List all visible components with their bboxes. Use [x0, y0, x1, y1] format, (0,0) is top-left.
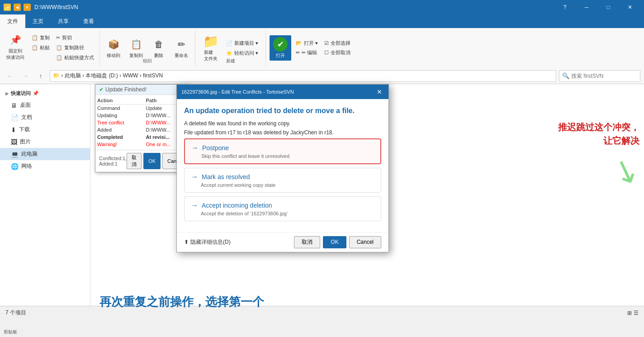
- copy-path-button[interactable]: 📋 复制路径: [54, 43, 96, 52]
- back-button[interactable]: ←: [4, 70, 16, 82]
- pictures-label: 图片: [20, 138, 31, 146]
- paste-shortcut-button[interactable]: 📋 粘贴快捷方式: [54, 53, 96, 62]
- sidebar-item-pictures[interactable]: 🖼 图片: [0, 136, 90, 148]
- forward-button[interactable]: →: [19, 70, 32, 82]
- search-input[interactable]: [571, 73, 639, 79]
- tab-file[interactable]: 文件: [0, 14, 25, 28]
- downloads-label: 下载: [19, 126, 30, 133]
- update-ok-button[interactable]: OK: [143, 153, 161, 169]
- new-item-button[interactable]: 📄 新建项目 ▾: [224, 39, 260, 47]
- rename-icon: ✏: [174, 37, 189, 52]
- conflict-ok-button[interactable]: OK: [323, 236, 346, 248]
- pin-label: 固定到快速访问: [6, 48, 24, 61]
- copy-to-button[interactable]: 📋 复制到: [126, 36, 146, 60]
- open-dropdown-button[interactable]: 📂 打开 ▾: [294, 39, 320, 47]
- copy-label: 复制: [40, 34, 50, 41]
- breadcrumb[interactable]: 📁 › 此电脑 › 本地磁盘 (D:) › WWW › firstSVN: [50, 70, 556, 82]
- conflict-footer-buttons: 取消 OK Cancel: [294, 236, 381, 248]
- conflict-dialog-close-button[interactable]: ✕: [375, 87, 384, 96]
- tab-home[interactable]: 主页: [25, 14, 51, 28]
- title-bar: 📁 ◀ ▼ D:\WWW\firstSVN ? ─ □ ✕: [0, 0, 644, 14]
- sidebar-item-documents[interactable]: 📄 文档: [0, 111, 90, 123]
- open-dropdown-label: 打开 ▾: [304, 40, 318, 47]
- select-all-label: 全部选择: [331, 40, 350, 47]
- new-item-icon: 📄: [226, 40, 232, 46]
- view-tiles-icon[interactable]: ⊞: [627, 310, 632, 316]
- tab-view[interactable]: 查看: [76, 14, 101, 28]
- select-all-icon: ☑: [324, 40, 329, 46]
- window-title: D:\WWW\firstSVN: [34, 4, 554, 10]
- view-list-icon[interactable]: ☰: [634, 310, 639, 316]
- rename-button[interactable]: ✏ 重命名: [171, 36, 191, 60]
- cut-button[interactable]: ✂ 剪切: [54, 33, 96, 42]
- hide-details-icon: ⬆: [184, 239, 189, 245]
- sidebar-item-desktop[interactable]: 🖥 桌面: [0, 99, 90, 111]
- postpone-desc: Skip this conflict and leave it unresolv…: [201, 153, 374, 159]
- row-action: Updating: [95, 112, 144, 119]
- sidebar-item-thispc[interactable]: 💻 此电脑: [0, 148, 90, 160]
- app-icon: 📁: [4, 4, 11, 11]
- conflict-cancel-button[interactable]: 取消: [294, 236, 320, 248]
- window-close-button[interactable]: ✕: [620, 0, 640, 14]
- open-dropdown-icon: 📂: [296, 40, 302, 46]
- accept-deletion-arrow-icon: →: [191, 201, 198, 209]
- edit-button[interactable]: ✏ ✏ 编辑: [294, 48, 320, 57]
- update-dialog-footer: Conflicted:1, Added:1 取消 OK Cancel: [95, 150, 189, 172]
- select-none-label: 全部取消: [331, 49, 350, 56]
- copy-button[interactable]: 📋 复制: [30, 33, 52, 42]
- delete-icon: 🗑: [152, 37, 166, 52]
- conflict-dialog-body: An update operation tried to delete or m…: [177, 99, 388, 232]
- conflict-cancel2-button[interactable]: Cancel: [349, 236, 381, 248]
- open-button[interactable]: ✔ 打开: [270, 35, 291, 61]
- new-group-label: 新建: [195, 58, 265, 64]
- open-label: 打开: [276, 52, 285, 59]
- annotation-line1: 推迟跳过这个冲突，: [558, 120, 639, 134]
- conflict-option-postpone[interactable]: → Postpone Skip this conflict and leave …: [184, 138, 381, 164]
- tab-share[interactable]: 共享: [51, 14, 76, 28]
- breadcrumb-sep4: ›: [140, 72, 143, 79]
- breadcrumb-firstsvn: firstSVN: [143, 72, 163, 79]
- conflicted-count: Conflicted:1, Added:1: [99, 156, 127, 166]
- conflict-option-accept-deletion[interactable]: → Accept incoming deletion Accept the de…: [184, 196, 381, 221]
- quick-access-expand[interactable]: ▶ 快速访问 📌: [0, 88, 90, 99]
- sidebar-item-downloads[interactable]: ⬇ 下载: [0, 123, 90, 136]
- conflict-dialog-title-text: 1622973606.jpg - Edit Tree Conflicts - T…: [181, 89, 294, 95]
- window-minimize-button[interactable]: ─: [576, 0, 597, 14]
- item-count: 7 个项目: [5, 309, 26, 317]
- hide-details-button[interactable]: ⬆ 隐藏详细信息(D): [184, 238, 231, 246]
- table-row: Added D:\WWW...: [95, 126, 189, 133]
- select-all-button[interactable]: ☑ 全部选择: [322, 39, 352, 47]
- easy-access-button[interactable]: ⭐ 轻松访问 ▾: [224, 49, 260, 57]
- paste-button[interactable]: 📋 粘贴: [30, 43, 52, 52]
- conflict-option-mark-resolved[interactable]: → Mark as resolved Accept current workin…: [184, 168, 381, 193]
- search-box[interactable]: 🔍: [559, 70, 640, 82]
- breadcrumb-folder-icon: 📁: [53, 72, 60, 79]
- quick-access-label: 快速访问: [11, 90, 31, 97]
- table-row: Updating D:\WWW...: [95, 112, 189, 119]
- pin-to-quickaccess-button[interactable]: 📌 固定到快速访问: [4, 32, 27, 62]
- select-none-button[interactable]: ☐ 全部取消: [322, 48, 352, 57]
- move-to-button[interactable]: 📦 移动到: [104, 36, 123, 60]
- sidebar-item-network[interactable]: 🌐 网络: [0, 160, 90, 172]
- table-row-warning: Warning! One or m...: [95, 141, 189, 148]
- delete-button[interactable]: 🗑 删除: [149, 36, 169, 60]
- new-folder-icon: 📁: [204, 34, 218, 48]
- copy-path-label: 复制路径: [64, 44, 84, 51]
- postpone-label: Postpone: [202, 144, 229, 152]
- col-action: Action: [95, 97, 144, 104]
- desktop-label: 桌面: [20, 101, 31, 109]
- move-icon: 📦: [106, 37, 121, 52]
- status-bar: 7 个项目 ⊞ ☰: [0, 306, 644, 319]
- select-none-icon: ☐: [324, 50, 329, 56]
- update-cancel-button[interactable]: 取消: [127, 153, 142, 169]
- main-layout: ▶ 快速访问 📌 🖥 桌面 📄 文档 ⬇ 下载 🖼 图片 💻 此电脑 🌐 网络: [0, 84, 644, 306]
- postpone-title: → Postpone: [191, 144, 374, 152]
- window-help-button[interactable]: ?: [554, 0, 575, 14]
- edit-label: ✏ 编辑: [302, 49, 317, 56]
- easy-access-label: 轻松访问 ▾: [234, 50, 258, 57]
- window-maximize-button[interactable]: □: [598, 0, 619, 14]
- annotation-line2: 让它解决: [558, 134, 639, 147]
- conflict-dialog: 1622973606.jpg - Edit Tree Conflicts - T…: [176, 84, 389, 252]
- breadcrumb-text: 📁 › 此电脑 › 本地磁盘 (D:) › WWW › firstSVN: [53, 72, 163, 80]
- up-button[interactable]: ↑: [34, 70, 47, 82]
